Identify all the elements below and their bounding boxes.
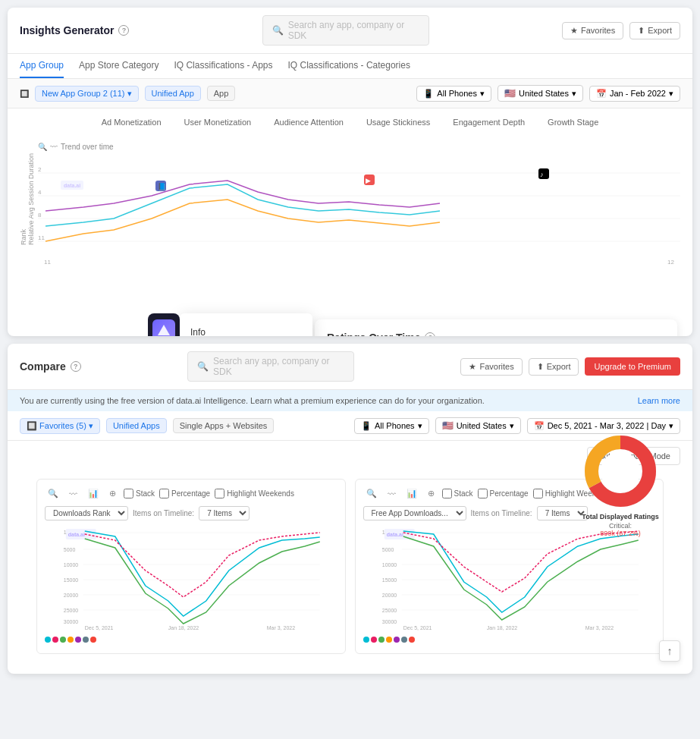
chart2-timeline-label: Items on Timeline: <box>471 509 532 517</box>
insights-header-actions: ★ Favorites ⬆ Export <box>562 22 680 39</box>
metric-growth-stage[interactable]: Growth Stage <box>548 118 598 131</box>
chart1-stack-check[interactable]: Stack <box>124 489 155 498</box>
compare-favorites-group-button[interactable]: 🔲 Favorites (5) ▾ <box>20 418 100 434</box>
chart1-highlight-check[interactable]: Highlight Weekends <box>215 489 294 498</box>
compare-phones-filter[interactable]: 📱 All Phones ▾ <box>354 418 429 434</box>
sidebar-nav: 🏠 ⭐ 📊 🌐 👤 📈 ⚙️ <box>148 313 180 336</box>
svg-text:2: 2 <box>38 166 42 173</box>
insights-toolbar: 🔲 New App Group 2 (11) ▾ Unified App App… <box>8 79 692 108</box>
zoom-icon[interactable]: 🔍 <box>38 143 47 151</box>
chart1-line-icon[interactable]: 〰 <box>66 488 80 500</box>
metric-ad-monetization[interactable]: Ad Monetization <box>102 118 162 131</box>
scroll-top-button[interactable]: ↑ <box>659 640 680 662</box>
upgrade-premium-button[interactable]: Upgrade to Premium <box>585 357 680 376</box>
chart2-settings-icon[interactable]: ⊕ <box>425 487 438 500</box>
svg-text:5000: 5000 <box>64 547 76 552</box>
metric-usage-stickiness[interactable]: Usage Stickiness <box>366 118 430 131</box>
chart1-highlight-input[interactable] <box>215 489 224 498</box>
insights-title: Insights Generator ? <box>20 24 129 36</box>
export-button[interactable]: ⬆ Export <box>629 22 680 39</box>
insights-info-icon[interactable]: ? <box>118 25 129 36</box>
chart2-line-icon[interactable]: 〰 <box>385 488 399 500</box>
chart2-zoom-icon[interactable]: 🔍 <box>363 487 380 500</box>
insights-panel: Insights Generator ? 🔍 Search any app, c… <box>8 8 692 336</box>
tab-app-store-category[interactable]: App Store Category <box>79 54 159 78</box>
svg-text:Dec 5, 2021: Dec 5, 2021 <box>403 625 432 631</box>
svg-text:data.ai: data.ai <box>386 532 403 537</box>
chart2-bar-icon[interactable]: 📊 <box>403 487 420 500</box>
chart1-timeline-select[interactable]: 7 Items <box>199 506 250 520</box>
chart2-stack-input[interactable] <box>442 489 452 498</box>
compare-date-filter[interactable]: 📅 Dec 5, 2021 - Mar 3, 2022 | Day ▾ <box>527 418 680 434</box>
search-placeholder: Search any app, company or SDK <box>288 20 419 41</box>
compare-title: Compare ? <box>20 360 81 373</box>
compare-phone-icon: 📱 <box>361 421 372 431</box>
compare-export-button[interactable]: ⬆ Export <box>529 358 579 376</box>
compare-calendar-icon: 📅 <box>534 421 545 431</box>
compare-toolbar-left: 🔲 Favorites (5) ▾ Unified Apps Single Ap… <box>20 418 274 434</box>
chart1-percentage-input[interactable] <box>159 489 169 498</box>
trend-icon[interactable]: 〰 <box>50 143 58 151</box>
chart1-stack-input[interactable] <box>124 489 133 498</box>
chart2-metric-select[interactable]: Free App Downloads... <box>363 506 466 520</box>
favorites-label: Favorites <box>581 26 615 35</box>
toolbar-left: 🔲 New App Group 2 (11) ▾ Unified App App <box>20 86 235 102</box>
learn-more-link[interactable]: Learn more <box>638 396 680 405</box>
tab-app-group[interactable]: App Group <box>20 54 64 78</box>
svg-text:📘: 📘 <box>158 182 167 191</box>
dropdown-info[interactable]: Info <box>180 322 312 336</box>
ratings-info-icon[interactable]: ? <box>425 332 435 336</box>
compare-country-label: United States <box>457 421 507 430</box>
chart1-metric-select[interactable]: Downloads Rank <box>45 506 128 520</box>
tab-iq-categories[interactable]: IQ Classifications - Categories <box>288 54 410 78</box>
compare-phones-label: All Phones <box>375 421 415 430</box>
metric-audience-attention[interactable]: Audience Attention <box>274 118 344 131</box>
svg-text:Jan 18, 2022: Jan 18, 2022 <box>486 625 517 631</box>
us-flag-icon: 🇺🇸 <box>504 88 516 99</box>
logo-icon <box>156 323 171 336</box>
metric-engagement-depth[interactable]: Engagement Depth <box>453 118 525 131</box>
insights-search-bar[interactable]: 🔍 Search any app, company or SDK <box>262 15 429 46</box>
tab-iq-apps[interactable]: IQ Classifications - Apps <box>174 54 272 78</box>
metric-user-monetization[interactable]: User Monetization <box>184 118 252 131</box>
chart1-toolbar: 🔍 〰 📊 ⊕ Stack Percentage Highlight Weeke… <box>45 487 337 500</box>
export-icon: ⬆ <box>638 26 645 36</box>
svg-text:1: 1 <box>64 530 67 535</box>
chart2-percentage-input[interactable] <box>478 489 488 498</box>
compare-info-icon[interactable]: ? <box>71 361 81 372</box>
unified-app-tag[interactable]: Unified App <box>145 86 201 101</box>
svg-text:15000: 15000 <box>381 577 397 583</box>
compare-favorites-button[interactable]: ★ Favorites <box>460 358 522 376</box>
compare-toolbar-right: 📱 All Phones ▾ 🇺🇸 United States ▾ 📅 Dec … <box>354 417 680 434</box>
compare-header: Compare ? 🔍 Search any app, company or S… <box>8 344 692 390</box>
compare-star-icon: ★ <box>469 362 476 372</box>
chart1-settings-icon[interactable]: ⊕ <box>106 487 119 500</box>
svg-text:25000: 25000 <box>64 608 79 613</box>
date-filter-button[interactable]: 📅 Jan - Feb 2022 ▾ <box>589 86 680 102</box>
svg-text:8: 8 <box>38 212 42 219</box>
chart1-select-row: Downloads Rank Items on Timeline: 7 Item… <box>45 506 337 520</box>
chart2-stack-check[interactable]: Stack <box>442 489 473 498</box>
svg-text:Dec 5, 2021: Dec 5, 2021 <box>85 625 114 631</box>
single-apps-tab[interactable]: Single Apps + Websites <box>173 418 275 433</box>
info-banner-text: You are currently using the free version… <box>20 396 485 405</box>
svg-text:5000: 5000 <box>381 547 394 552</box>
chart1-bar-icon[interactable]: 📊 <box>85 487 102 500</box>
new-app-group-button[interactable]: New App Group 2 (11) ▾ <box>35 86 139 102</box>
favorites-button[interactable]: ★ Favorites <box>562 22 623 39</box>
chart1-zoom-icon[interactable]: 🔍 <box>45 487 61 500</box>
chart2-highlight-input[interactable] <box>533 489 543 498</box>
compare-country-filter[interactable]: 🇺🇸 United States ▾ <box>435 417 521 434</box>
svg-text:Mar 3, 2022: Mar 3, 2022 <box>267 625 295 631</box>
phones-filter-button[interactable]: 📱 All Phones ▾ <box>416 86 491 102</box>
unified-apps-tab[interactable]: Unified Apps <box>106 418 167 433</box>
chart2-percentage-check[interactable]: Percentage <box>478 489 529 498</box>
chart1-percentage-check[interactable]: Percentage <box>159 489 210 498</box>
chart-x-label-12: 12 <box>667 259 674 266</box>
chart1-timeline-dots <box>45 634 337 646</box>
chart1-svg: data.ai 1 5000 10000 15000 20000 25000 3… <box>45 525 337 631</box>
compare-search-bar[interactable]: 🔍 Search any app, company or SDK <box>187 351 354 382</box>
phones-filter-label: All Phones <box>437 89 477 98</box>
country-filter-button[interactable]: 🇺🇸 United States ▾ <box>498 85 583 102</box>
svg-text:10000: 10000 <box>381 562 397 568</box>
